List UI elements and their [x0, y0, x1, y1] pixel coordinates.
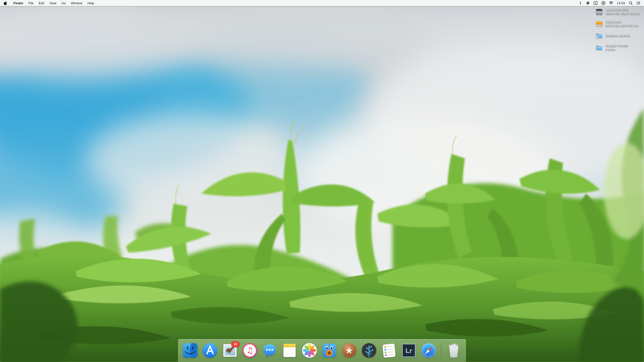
- desktop-icon-title: Google Photos: [606, 44, 628, 48]
- dock-photos[interactable]: [301, 342, 317, 358]
- star-app-icon: [341, 342, 357, 358]
- menu-edit[interactable]: Edit: [39, 1, 44, 5]
- menu-file[interactable]: File: [28, 1, 34, 5]
- airplay-broadcast-icon[interactable]: [601, 1, 606, 5]
- itunes-icon: ♫: [242, 342, 258, 358]
- dock-reminders[interactable]: [381, 342, 397, 358]
- menu-clock[interactable]: 14:59: [617, 1, 625, 5]
- svg-text:♫: ♫: [246, 346, 254, 355]
- menu-finder[interactable]: Finder: [13, 1, 23, 5]
- menu-bar-left: Finder File Edit View Go Window Help: [4, 1, 94, 5]
- notification-center-icon[interactable]: [636, 1, 640, 5]
- dock-messages[interactable]: [262, 342, 278, 358]
- desktop-icon-title: Dropbox photos: [606, 34, 630, 38]
- desktop-icon-label: Macintosh SSD 250,14 GB, 158,67 GB free: [606, 8, 640, 15]
- desktop-icon-info: 249,72 GB, 65,79 GB free: [606, 24, 638, 27]
- desktop-icon-title: Lightroom: [606, 20, 638, 24]
- dock-finder[interactable]: [182, 342, 198, 358]
- desktop-icon-info: 2 items: [606, 48, 628, 51]
- dropbox-menu-icon[interactable]: [609, 1, 613, 5]
- folder-alias-icon: [596, 32, 603, 39]
- desktop-icon-lightroom-drive[interactable]: Lightroom 249,72 GB, 65,79 GB free: [596, 20, 640, 27]
- dock-mail[interactable]: 32: [222, 342, 238, 358]
- desktop-icon-label: Google Photos 2 items: [606, 44, 628, 51]
- apple-logo-icon: [4, 1, 7, 5]
- calendar-menu-icon[interactable]: 1: [593, 1, 598, 5]
- menu-bar: Finder File Edit View Go Window Help 1: [0, 0, 644, 6]
- dock-safari[interactable]: [421, 342, 437, 358]
- google-photos-pinwheel-icon[interactable]: [586, 1, 590, 5]
- external-drive-icon: [596, 20, 603, 27]
- dock-divider[interactable]: [441, 343, 441, 358]
- info-status-icon[interactable]: [578, 1, 582, 5]
- safari-icon: [421, 342, 437, 358]
- trash-full-icon: [446, 342, 462, 358]
- menu-help[interactable]: Help: [88, 1, 94, 5]
- menu-view[interactable]: View: [49, 1, 56, 5]
- dock-itunes[interactable]: ♫: [242, 342, 258, 358]
- desktop-icon-label: Dropbox photos: [606, 34, 630, 38]
- desktop-icon-dropbox-photos[interactable]: Dropbox photos: [596, 32, 640, 39]
- menu-window[interactable]: Window: [71, 1, 82, 5]
- apple-menu[interactable]: [4, 1, 7, 5]
- menu-go[interactable]: Go: [61, 1, 66, 5]
- app-store-icon: [202, 342, 218, 358]
- circuit-tree-icon: [361, 342, 377, 358]
- svg-text:1: 1: [595, 2, 596, 5]
- finder-icon: [182, 342, 198, 358]
- dock: 32 ♫: [178, 339, 466, 362]
- reminders-icon: [381, 342, 397, 358]
- desktop-icon-list: Macintosh SSD 250,14 GB, 158,67 GB free …: [596, 8, 640, 56]
- lightroom-icon: Lr: [401, 342, 417, 358]
- notes-icon: [281, 342, 298, 358]
- dock-star-app[interactable]: [341, 342, 357, 358]
- messages-icon: [262, 342, 278, 358]
- internal-drive-icon: [596, 8, 603, 15]
- dock-trash[interactable]: [446, 342, 462, 358]
- spotlight-icon[interactable]: [629, 1, 633, 5]
- dock-notes[interactable]: [281, 342, 298, 358]
- macos-desktop: { "menu_bar": { "menus": [ {"label": "Fi…: [0, 0, 644, 362]
- svg-text:Lr: Lr: [406, 347, 412, 354]
- dock-lightroom[interactable]: Lr: [401, 342, 417, 358]
- desktop-icon-label: Lightroom 249,72 GB, 65,79 GB free: [606, 20, 638, 27]
- dock-tweetbot[interactable]: [321, 342, 337, 358]
- dock-app-store[interactable]: [202, 342, 218, 358]
- tweetbot-icon: [321, 342, 337, 358]
- mail-unread-badge: 32: [231, 341, 240, 347]
- menu-bar-status: 1 14:59: [578, 1, 640, 5]
- folder-icon: [596, 44, 603, 51]
- desktop-icon-macintosh-ssd[interactable]: Macintosh SSD 250,14 GB, 158,67 GB free: [596, 8, 640, 15]
- wallpaper-cornfield: [0, 0, 644, 362]
- desktop-icon-google-photos[interactable]: Google Photos 2 items: [596, 44, 640, 51]
- desktop-icon-info: 250,14 GB, 158,67 GB free: [606, 12, 640, 15]
- dock-circuit-tree-app[interactable]: [361, 342, 377, 358]
- photos-icon: [301, 342, 317, 358]
- desktop-icon-title: Macintosh SSD: [606, 8, 640, 12]
